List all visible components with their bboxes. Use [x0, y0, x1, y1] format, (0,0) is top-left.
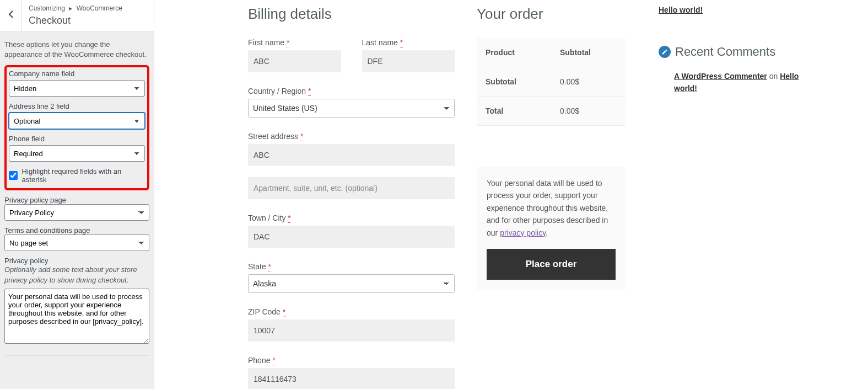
company-field-label: Company name field: [9, 70, 145, 78]
phone-field-select[interactable]: Required: [9, 145, 145, 162]
last-name-input[interactable]: [362, 50, 455, 72]
city-label: Town / City *: [248, 214, 455, 222]
billing-heading: Billing details: [248, 6, 455, 23]
crumb-separator: ▸: [69, 4, 72, 12]
privacy-policy-link[interactable]: privacy policy: [500, 228, 546, 237]
privacy-page-select[interactable]: Privacy Policy: [4, 204, 149, 221]
comment-on-text: on: [767, 72, 780, 81]
total-label: Total: [477, 97, 551, 126]
recent-comment-item: A WordPress Commenter on Hello world!: [659, 70, 813, 95]
sidebar-bottom-bar: [4, 355, 149, 369]
crumb-customizing: Customizing: [29, 4, 65, 12]
privacy-policy-textarea[interactable]: [4, 289, 149, 344]
subtotal-value: 0.00$: [551, 67, 626, 97]
checkout-preview: Billing details First name * Last name *…: [154, 0, 868, 389]
subtotal-label: Subtotal: [477, 67, 551, 97]
phone-input[interactable]: [248, 368, 455, 389]
privacy-notice: Your personal data will be used to proce…: [477, 167, 626, 290]
city-input[interactable]: [248, 226, 455, 248]
table-header-row: Product Subtotal: [477, 38, 626, 67]
privacy-section-label: Privacy policy: [4, 257, 48, 265]
tc-page-label: Terms and conditions page: [4, 226, 90, 235]
addr2-field-label: Address line 2 field: [9, 102, 145, 110]
breadcrumb: Customizing ▸ WooCommerce Checkout: [22, 0, 129, 31]
highlight-required-label: Highlight required fields with an asteri…: [22, 167, 145, 184]
privacy-help-text: Optionally add some text about your stor…: [4, 265, 149, 285]
highlight-required-checkbox[interactable]: [9, 171, 18, 180]
phone-field-label: Phone field: [9, 135, 145, 143]
pencil-icon: [659, 46, 671, 58]
product-header: Product: [477, 38, 551, 67]
table-row: Total 0.00$: [477, 97, 626, 126]
street-input[interactable]: [248, 144, 455, 166]
addr2-input[interactable]: [248, 177, 455, 199]
place-order-button[interactable]: Place order: [487, 249, 616, 280]
order-table: Product Subtotal Subtotal 0.00$ Total 0.…: [477, 38, 626, 126]
state-select[interactable]: Alaska: [248, 274, 455, 293]
country-label: Country / Region *: [248, 87, 455, 95]
state-label: State *: [248, 262, 455, 271]
addr2-field-select[interactable]: Optional: [9, 113, 145, 129]
back-button[interactable]: [0, 0, 22, 31]
hello-world-link[interactable]: Hello world!: [659, 6, 703, 14]
last-name-label: Last name *: [362, 38, 455, 47]
commenter-link[interactable]: A WordPress Commenter: [674, 72, 767, 81]
customizer-sidebar: Customizing ▸ WooCommerce Checkout These…: [0, 0, 154, 389]
tc-page-select[interactable]: No page set: [4, 235, 149, 251]
phone-label: Phone *: [248, 356, 455, 365]
privacy-page-label: Privacy policy page: [4, 196, 66, 204]
table-row: Subtotal 0.00$: [477, 67, 626, 97]
street-label: Street address *: [248, 132, 455, 141]
zip-input[interactable]: [248, 319, 455, 342]
chevron-left-icon: [8, 10, 14, 22]
recent-comments-heading: Recent Comments: [659, 45, 813, 59]
highlighted-options-box: Company name field Hidden Address line 2…: [4, 65, 149, 190]
sidebar-header: Customizing ▸ WooCommerce Checkout: [0, 0, 154, 32]
sidebar-intro: These options let you change the appeara…: [4, 40, 149, 60]
order-heading: Your order: [477, 6, 626, 23]
company-field-select[interactable]: Hidden: [9, 80, 145, 97]
subtotal-header: Subtotal: [551, 38, 626, 67]
country-select[interactable]: United States (US): [248, 99, 455, 118]
crumb-woocommerce: WooCommerce: [77, 4, 122, 12]
first-name-input[interactable]: [248, 50, 341, 72]
recent-comments-title: Recent Comments: [675, 45, 775, 59]
page-title: Checkout: [29, 14, 122, 27]
first-name-label: First name *: [248, 38, 341, 47]
zip-label: ZIP Code *: [248, 307, 455, 316]
total-value: 0.00$: [551, 97, 626, 126]
